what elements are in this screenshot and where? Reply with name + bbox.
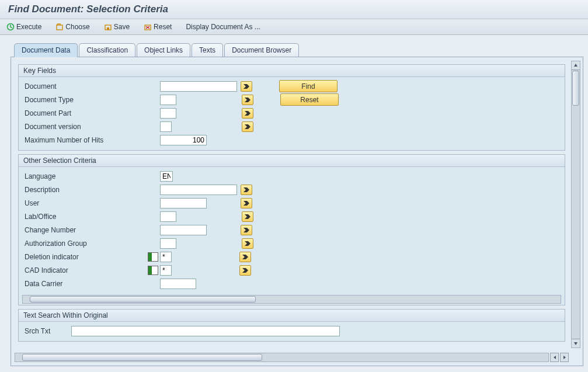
display-document-label: Display Document As ...: [186, 23, 260, 31]
multiselect-document-type[interactable]: [242, 95, 253, 105]
group-key-fields: Key Fields Document Find Document Type: [18, 64, 565, 151]
group-other-title: Other Selection Criteria: [19, 155, 565, 167]
reset-button[interactable]: Reset: [142, 22, 173, 32]
tab-document-data[interactable]: Document Data: [14, 43, 78, 57]
inner-scroll-thumb[interactable]: [30, 296, 256, 303]
input-document-part[interactable]: [160, 108, 176, 119]
save-icon: [104, 23, 112, 31]
input-lab-office[interactable]: [160, 211, 176, 222]
multiselect-cad-ind[interactable]: [239, 265, 251, 276]
execute-button[interactable]: Execute: [5, 22, 43, 32]
tab-classification[interactable]: Classification: [79, 43, 135, 57]
input-change-number[interactable]: [160, 225, 207, 235]
multiselect-lab-office[interactable]: [242, 211, 253, 222]
tab-object-links[interactable]: Object Links: [137, 43, 190, 57]
display-document-button[interactable]: Display Document As ...: [184, 22, 262, 32]
multiselect-description[interactable]: [241, 185, 252, 195]
inner-horizontal-scrollbar[interactable]: [22, 295, 561, 304]
multiselect-document-version[interactable]: [242, 121, 253, 132]
tab-strip: Document Data Classification Object Link…: [0, 35, 588, 57]
label-max-hits: Maximum Number of Hits: [25, 136, 160, 144]
execute-icon: [6, 23, 15, 31]
pattern-icon-deletion[interactable]: [148, 252, 158, 262]
content-pane: Key Fields Document Find Document Type: [15, 61, 569, 348]
save-button[interactable]: Save: [102, 22, 131, 32]
vertical-scrollbar[interactable]: [571, 61, 580, 348]
input-max-hits[interactable]: [160, 135, 207, 145]
multiselect-auth-group[interactable]: [242, 238, 253, 249]
multiselect-document-part[interactable]: [242, 108, 253, 119]
label-change-number: Change Number: [25, 226, 160, 234]
label-srch-txt: Srch Txt: [25, 327, 71, 335]
pattern-icon-cad[interactable]: [148, 266, 158, 275]
label-deletion-ind: Deletion indicator: [25, 253, 148, 261]
work-area: Key Fields Document Find Document Type: [11, 57, 583, 366]
label-document-version: Document version: [25, 123, 160, 131]
input-data-carrier[interactable]: [160, 279, 196, 289]
svg-rect-1: [57, 25, 62, 30]
reset-icon: [144, 23, 152, 31]
label-document-type: Document Type: [25, 96, 160, 104]
save-label: Save: [114, 23, 130, 31]
execute-label: Execute: [16, 23, 41, 31]
group-other-criteria: Other Selection Criteria Language Descri…: [18, 154, 565, 305]
vertical-scroll-thumb[interactable]: [572, 71, 579, 106]
label-lab-office: Lab/Office: [25, 213, 160, 221]
scroll-left-icon[interactable]: [550, 353, 559, 362]
input-auth-group[interactable]: [160, 238, 176, 249]
label-auth-group: Authorization Group: [25, 239, 160, 248]
multiselect-document[interactable]: [241, 81, 252, 92]
label-description: Description: [25, 186, 160, 194]
input-user[interactable]: [160, 198, 207, 208]
label-document: Document: [25, 82, 160, 91]
toolbar: Execute Choose Save Reset Display Docume…: [0, 19, 588, 35]
scroll-down-icon[interactable]: [572, 339, 580, 347]
input-document[interactable]: [160, 81, 237, 92]
multiselect-deletion-ind[interactable]: [239, 252, 251, 262]
scroll-up-icon[interactable]: [572, 61, 580, 70]
label-user: User: [25, 199, 160, 207]
group-key-fields-title: Key Fields: [19, 65, 565, 77]
input-cad-ind[interactable]: [160, 265, 172, 276]
label-document-part: Document Part: [25, 109, 160, 117]
tab-document-browser[interactable]: Document Browser: [224, 43, 299, 57]
page-title: Find Document: Selection Criteria: [8, 4, 580, 15]
label-cad-ind: CAD Indicator: [25, 266, 148, 274]
multiselect-change-number[interactable]: [241, 225, 252, 235]
choose-icon: [55, 23, 64, 31]
input-document-type[interactable]: [160, 95, 176, 105]
label-data-carrier: Data Carrier: [25, 280, 160, 288]
multiselect-user[interactable]: [241, 198, 252, 208]
horizontal-scrollbar[interactable]: [15, 353, 549, 362]
reset-form-button[interactable]: Reset: [280, 93, 339, 106]
input-srch-txt[interactable]: [71, 326, 340, 336]
scroll-right-icon[interactable]: [560, 353, 569, 362]
label-language: Language: [25, 172, 160, 180]
input-language[interactable]: [160, 171, 173, 182]
find-button[interactable]: Find: [279, 80, 338, 92]
reset-label: Reset: [154, 23, 172, 31]
group-text-search-title: Text Search Within Original: [19, 310, 565, 322]
svg-rect-3: [107, 27, 109, 30]
title-bar: Find Document: Selection Criteria: [0, 0, 588, 19]
input-description[interactable]: [160, 185, 237, 195]
group-text-search: Text Search Within Original Srch Txt: [18, 309, 565, 342]
choose-label: Choose: [65, 23, 89, 31]
choose-button[interactable]: Choose: [54, 22, 91, 32]
input-document-version[interactable]: [160, 121, 172, 132]
horizontal-scroll-thumb[interactable]: [22, 354, 262, 361]
tab-texts[interactable]: Texts: [192, 43, 223, 57]
input-deletion-ind[interactable]: [160, 252, 172, 262]
